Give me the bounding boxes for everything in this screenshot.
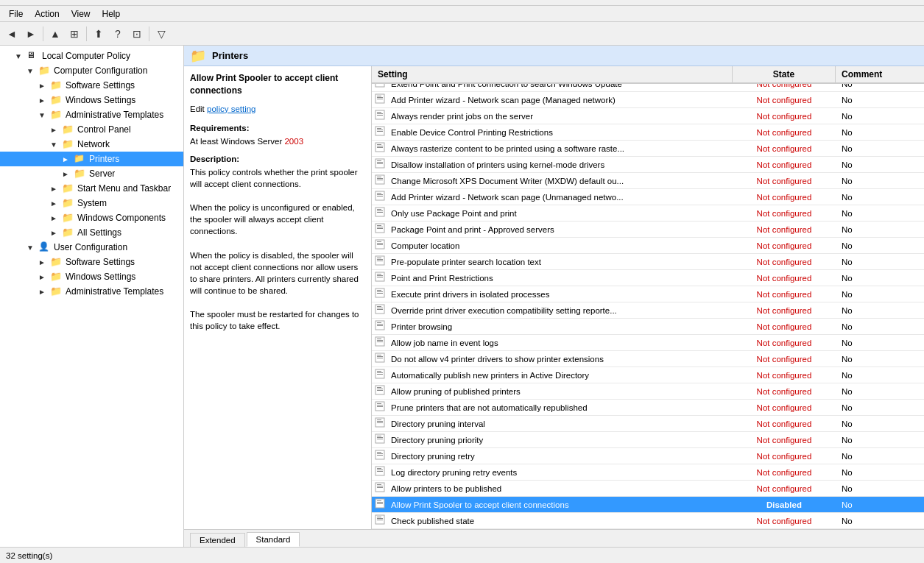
table-row[interactable]: Directory pruning retryNot configuredNo <box>372 448 924 464</box>
table-row[interactable]: Override print driver execution compatib… <box>372 302 924 319</box>
row-setting-name: Always rasterize content to be printed u… <box>388 142 733 155</box>
table-row[interactable]: Execute print drivers in isolated proces… <box>372 286 924 302</box>
tree-all-settings[interactable]: ► 📁 All Settings <box>0 225 183 240</box>
row-comment: No <box>836 450 924 463</box>
toolbar-up[interactable]: ▲ <box>46 25 64 43</box>
menu-action[interactable]: Action <box>29 7 65 21</box>
table-row[interactable]: Add Printer wizard - Network scan page (… <box>372 189 924 205</box>
tree-start-menu[interactable]: ► 📁 Start Menu and Taskbar <box>0 181 183 196</box>
table-row[interactable]: Directory pruning intervalNot configured… <box>372 416 924 432</box>
toggle-at-uc[interactable]: ► <box>38 288 50 296</box>
tree-admin-templates-cc[interactable]: ▼ 📁 Administrative Templates <box>0 107 183 122</box>
toolbar-filter[interactable]: ▽ <box>152 25 170 43</box>
col-header-comment[interactable]: Comment <box>836 66 924 82</box>
table-row[interactable]: Extend Point and Print connection to sea… <box>372 84 924 92</box>
maximize-button[interactable]: □ <box>878 0 897 1</box>
table-row[interactable]: Add Printer wizard - Network scan page (… <box>372 92 924 108</box>
table-row[interactable]: Check published stateNot configuredNo <box>372 513 924 529</box>
toggle-as[interactable]: ► <box>50 229 62 237</box>
toggle-start[interactable]: ► <box>50 185 62 193</box>
menu-help[interactable]: Help <box>96 7 127 21</box>
tree-control-panel[interactable]: ► 📁 Control Panel <box>0 122 183 137</box>
tree-sw-settings-cc[interactable]: ► 📁 Software Settings <box>0 78 183 93</box>
tree-network[interactable]: ▼ 📁 Network <box>0 137 183 152</box>
toggle-at-cc[interactable]: ▼ <box>38 111 50 119</box>
tree-win-components[interactable]: ► 📁 Windows Components <box>0 210 183 225</box>
tree-win-settings-cc[interactable]: ► 📁 Windows Settings <box>0 93 183 107</box>
folder-icon: 📁 <box>62 138 75 150</box>
row-setting-icon <box>372 351 388 367</box>
toolbar-properties[interactable]: ⊡ <box>128 25 146 43</box>
toggle-system[interactable]: ► <box>50 199 62 208</box>
close-button[interactable]: ✕ <box>899 0 918 1</box>
toggle-server[interactable]: ► <box>62 170 74 178</box>
policy-link[interactable]: policy setting <box>207 105 255 113</box>
tree-admin-templates-uc[interactable]: ► 📁 Administrative Templates <box>0 284 183 299</box>
tree-root-item[interactable]: ▼ 🖥 Local Computer Policy <box>0 49 183 63</box>
minimize-button[interactable]: ─ <box>858 0 877 1</box>
toggle-uc[interactable]: ▼ <box>27 244 38 252</box>
toggle-wc[interactable]: ► <box>50 214 62 222</box>
menu-view[interactable]: View <box>66 7 96 21</box>
table-row[interactable]: Point and Print RestrictionsNot configur… <box>372 270 924 286</box>
tree-toggle-root[interactable]: ▼ <box>15 52 27 60</box>
toolbar-show-hide[interactable]: ⊞ <box>66 25 83 43</box>
toolbar-help[interactable]: ? <box>109 25 127 43</box>
toggle-cp[interactable]: ► <box>50 126 62 134</box>
tree-user-config[interactable]: ▼ 👤 User Configuration <box>0 240 183 255</box>
table-row[interactable]: Do not allow v4 printer drivers to show … <box>372 351 924 367</box>
table-row[interactable]: Package Point and print - Approved serve… <box>372 222 924 238</box>
table-row[interactable]: Disallow installation of printers using … <box>372 157 924 173</box>
table-row[interactable]: Log directory pruning retry eventsNot co… <box>372 464 924 481</box>
table-row[interactable]: Computer locationNot configuredNo <box>372 238 924 254</box>
table-row[interactable]: Change Microsoft XPS Document Writer (MX… <box>372 173 924 189</box>
table-row[interactable]: Allow Print Spooler to accept client con… <box>372 497 924 513</box>
svg-rect-46 <box>377 227 383 227</box>
menu-file[interactable]: File <box>3 7 29 21</box>
row-comment: No <box>836 207 924 220</box>
tree-computer-config[interactable]: ▼ 📁 Computer Configuration <box>0 63 183 78</box>
row-comment: No <box>836 84 924 91</box>
col-header-setting[interactable]: Setting <box>372 66 733 82</box>
tab-extended[interactable]: Extended <box>190 533 245 547</box>
toggle-cc[interactable]: ▼ <box>27 67 38 75</box>
toggle-sw-cc[interactable]: ► <box>38 82 50 90</box>
table-row[interactable]: Pre-populate printer search location tex… <box>372 254 924 270</box>
table-row[interactable]: Prune printers that are not automaticall… <box>372 400 924 416</box>
toolbar-forward[interactable]: ► <box>22 25 40 43</box>
table-row[interactable]: Automatically publish new printers in Ac… <box>372 367 924 383</box>
col-header-state[interactable]: State <box>733 66 836 82</box>
table-row[interactable]: Printer browsingNot configuredNo <box>372 319 924 335</box>
user-config-label: User Configuration <box>54 242 127 252</box>
tree-system[interactable]: ► 📁 System <box>0 196 183 210</box>
svg-rect-49 <box>377 241 381 242</box>
table-row[interactable]: Allow pruning of published printersNot c… <box>372 383 924 400</box>
table-row[interactable]: Enable Device Control Printing Restricti… <box>372 124 924 141</box>
table-row[interactable]: Allow printers to be publishedNot config… <box>372 481 924 497</box>
toolbar-new-window[interactable]: ⬆ <box>90 25 107 43</box>
tree-root-label: Local Computer Policy <box>42 51 130 61</box>
toggle-win-uc[interactable]: ► <box>38 273 50 281</box>
table-row[interactable]: Only use Package Point and printNot conf… <box>372 205 924 222</box>
row-comment: No <box>836 304 924 317</box>
toggle-network[interactable]: ▼ <box>50 141 62 149</box>
row-setting-icon <box>372 416 388 431</box>
toggle-sw-uc[interactable]: ► <box>38 258 50 266</box>
toggle-win-cc[interactable]: ► <box>38 96 50 105</box>
table-row[interactable]: Always render print jobs on the serverNo… <box>372 108 924 124</box>
svg-rect-27 <box>377 147 383 148</box>
svg-rect-61 <box>377 290 381 291</box>
tab-standard[interactable]: Standard <box>247 532 300 547</box>
table-row[interactable]: Always rasterize content to be printed u… <box>372 141 924 157</box>
toggle-printers[interactable]: ► <box>62 155 74 163</box>
toolbar-back[interactable]: ◄ <box>3 25 21 43</box>
tree-printers[interactable]: ► 📁 Printers <box>0 152 183 166</box>
row-state: Not configured <box>733 174 836 188</box>
table-row[interactable]: Directory pruning priorityNot configured… <box>372 432 924 448</box>
tree-win-settings-uc[interactable]: ► 📁 Windows Settings <box>0 269 183 284</box>
tree-server[interactable]: ► 📁 Server <box>0 166 183 181</box>
row-setting-name: Point and Print Restrictions <box>388 272 733 285</box>
tree-sw-settings-uc[interactable]: ► 📁 Software Settings <box>0 255 183 269</box>
table-row[interactable]: Allow job name in event logsNot configur… <box>372 335 924 351</box>
win-settings-uc-label: Windows Settings <box>66 272 135 282</box>
